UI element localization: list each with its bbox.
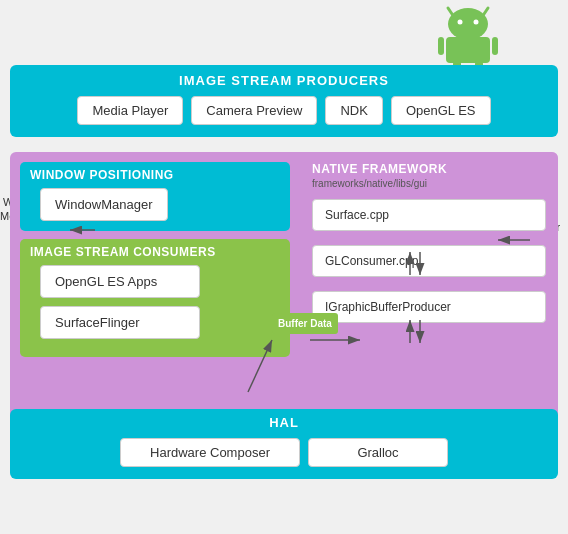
isp-boxes: Media Player Camera Preview NDK OpenGL E… [20, 96, 548, 125]
isp-section: IMAGE STREAM PRODUCERS Media Player Came… [10, 65, 558, 137]
svg-rect-7 [492, 37, 498, 55]
svg-rect-5 [446, 37, 490, 63]
isp-title: IMAGE STREAM PRODUCERS [20, 73, 548, 88]
nf-title: NATIVE FRAMEWORK [312, 162, 546, 176]
hal-boxes: Hardware Composer Gralloc [20, 438, 548, 467]
android-robot [438, 2, 508, 72]
isp-opengl-es: OpenGL ES [391, 96, 491, 125]
hal-hardware-composer: Hardware Composer [120, 438, 300, 467]
isc-surface-flinger: SurfaceFlinger [40, 306, 200, 339]
nf-igraphic-buffer: IGraphicBufferProducer [312, 291, 546, 323]
nf-section: NATIVE FRAMEWORK frameworks/native/libs/… [300, 152, 558, 439]
hal-title: HAL [20, 415, 548, 430]
nf-surface-cpp: Surface.cpp [312, 199, 546, 231]
wp-section: WINDOW POSITIONING WindowManager [20, 162, 290, 231]
isp-media-player: Media Player [77, 96, 183, 125]
diagram: IMAGE STREAM PRODUCERS Media Player Came… [0, 0, 568, 534]
left-area: WINDOW POSITIONING WindowManager IMAGE S… [10, 152, 300, 439]
buffer-data-badge: Buffer Data [272, 313, 338, 334]
isp-ndk: NDK [325, 96, 382, 125]
svg-rect-6 [438, 37, 444, 55]
isp-camera-preview: Camera Preview [191, 96, 317, 125]
isc-opengl-apps: OpenGL ES Apps [40, 265, 200, 298]
hal-section: HAL Hardware Composer Gralloc [10, 409, 558, 479]
svg-point-3 [458, 20, 463, 25]
wp-title: WINDOW POSITIONING [30, 168, 280, 182]
hal-gralloc: Gralloc [308, 438, 448, 467]
right-outer-area: NATIVE FRAMEWORK frameworks/native/libs/… [300, 152, 558, 439]
window-manager-box: WindowManager [40, 188, 168, 221]
nf-subtitle: frameworks/native/libs/gui [312, 178, 546, 189]
isc-section: IMAGE STREAM CONSUMERS OpenGL ES Apps Su… [20, 239, 290, 357]
svg-point-4 [474, 20, 479, 25]
isc-title: IMAGE STREAM CONSUMERS [30, 245, 280, 259]
svg-point-2 [448, 8, 488, 40]
nf-glconsumer-cpp: GLConsumer.cpp [312, 245, 546, 277]
